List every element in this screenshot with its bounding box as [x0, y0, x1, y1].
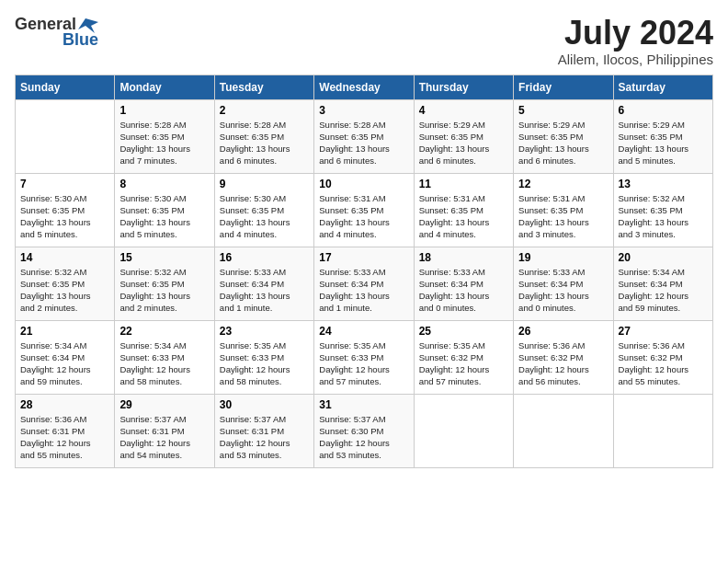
day-info: Sunrise: 5:29 AMSunset: 6:35 PMDaylight:… — [518, 119, 608, 167]
week-row-3: 14Sunrise: 5:32 AMSunset: 6:35 PMDayligh… — [16, 247, 713, 320]
day-info-line: Sunset: 6:35 PM — [319, 131, 408, 143]
day-info-line: and 4 minutes. — [220, 228, 309, 240]
day-info-line: and 4 minutes. — [419, 228, 508, 240]
month-year-title: July 2024 — [558, 15, 713, 52]
day-info-line: Daylight: 13 hours — [419, 216, 508, 228]
day-info-line: Daylight: 12 hours — [119, 437, 209, 449]
day-info-line: Sunrise: 5:36 AM — [619, 339, 708, 351]
day-info-line: Sunrise: 5:31 AM — [319, 192, 408, 204]
calendar-cell: 20Sunrise: 5:34 AMSunset: 6:34 PMDayligh… — [613, 247, 712, 320]
day-number: 2 — [220, 104, 309, 117]
week-row-5: 28Sunrise: 5:36 AMSunset: 6:31 PMDayligh… — [16, 394, 713, 467]
calendar-cell: 10Sunrise: 5:31 AMSunset: 6:35 PMDayligh… — [314, 173, 414, 247]
day-info: Sunrise: 5:36 AMSunset: 6:32 PMDaylight:… — [518, 339, 608, 388]
day-info-line: Sunset: 6:35 PM — [119, 204, 209, 216]
day-number: 28 — [20, 398, 109, 411]
calendar-cell: 6Sunrise: 5:29 AMSunset: 6:35 PMDaylight… — [613, 99, 712, 173]
day-info: Sunrise: 5:32 AMSunset: 6:35 PMDaylight:… — [119, 266, 209, 315]
day-info-line: Sunset: 6:31 PM — [20, 425, 109, 437]
day-info-line: and 5 minutes. — [20, 228, 109, 240]
day-number: 26 — [518, 325, 608, 338]
day-number: 21 — [20, 325, 109, 338]
day-info-line: Sunset: 6:32 PM — [518, 351, 608, 363]
day-info-line: Sunrise: 5:33 AM — [518, 266, 608, 278]
day-info-line: Sunrise: 5:36 AM — [518, 339, 608, 351]
day-info-line: Sunset: 6:35 PM — [119, 278, 209, 290]
day-info-line: and 5 minutes. — [619, 155, 708, 167]
day-number: 11 — [419, 178, 508, 190]
day-number: 24 — [319, 325, 408, 338]
column-header-monday: Monday — [115, 75, 214, 99]
day-number: 8 — [119, 178, 209, 190]
day-number: 27 — [619, 325, 708, 338]
day-number: 5 — [518, 104, 608, 117]
day-number: 6 — [619, 104, 708, 117]
day-info-line: and 59 minutes. — [20, 375, 109, 387]
day-info-line: Sunrise: 5:28 AM — [119, 119, 209, 131]
day-info-line: Sunrise: 5:28 AM — [319, 119, 408, 131]
day-info-line: Sunset: 6:33 PM — [220, 351, 309, 363]
day-info-line: Sunrise: 5:32 AM — [119, 266, 209, 278]
day-info-line: Sunset: 6:35 PM — [220, 131, 309, 143]
day-number: 1 — [119, 104, 209, 117]
day-info-line: and 53 minutes. — [319, 449, 408, 461]
day-info: Sunrise: 5:33 AMSunset: 6:34 PMDaylight:… — [518, 266, 608, 315]
day-info: Sunrise: 5:29 AMSunset: 6:35 PMDaylight:… — [619, 119, 708, 167]
day-info-line: Daylight: 13 hours — [119, 216, 209, 228]
day-info: Sunrise: 5:33 AMSunset: 6:34 PMDaylight:… — [419, 266, 508, 315]
day-info: Sunrise: 5:34 AMSunset: 6:33 PMDaylight:… — [119, 339, 209, 388]
day-info-line: Daylight: 13 hours — [20, 290, 109, 302]
day-info-line: and 6 minutes. — [518, 155, 608, 167]
day-number: 31 — [319, 398, 408, 411]
day-info-line: Sunset: 6:35 PM — [518, 131, 608, 143]
day-info: Sunrise: 5:35 AMSunset: 6:32 PMDaylight:… — [419, 339, 508, 388]
day-info: Sunrise: 5:29 AMSunset: 6:35 PMDaylight:… — [419, 119, 508, 167]
day-number: 23 — [220, 325, 309, 338]
day-info-line: Daylight: 13 hours — [220, 143, 309, 155]
logo: General Blue — [15, 15, 98, 50]
day-info-line: Sunset: 6:35 PM — [419, 131, 508, 143]
day-info: Sunrise: 5:35 AMSunset: 6:33 PMDaylight:… — [319, 339, 408, 388]
column-header-saturday: Saturday — [613, 75, 712, 99]
day-info-line: Sunset: 6:35 PM — [20, 204, 109, 216]
day-info-line: and 53 minutes. — [220, 449, 309, 461]
day-info-line: Daylight: 13 hours — [619, 216, 708, 228]
day-number: 29 — [119, 398, 209, 411]
calendar-cell: 8Sunrise: 5:30 AMSunset: 6:35 PMDaylight… — [115, 173, 214, 247]
calendar-cell: 31Sunrise: 5:37 AMSunset: 6:30 PMDayligh… — [314, 394, 414, 467]
day-info-line: Sunset: 6:32 PM — [619, 351, 708, 363]
day-info-line: Daylight: 12 hours — [319, 363, 408, 375]
calendar-cell: 19Sunrise: 5:33 AMSunset: 6:34 PMDayligh… — [514, 247, 613, 320]
week-row-2: 7Sunrise: 5:30 AMSunset: 6:35 PMDaylight… — [16, 173, 713, 247]
day-info-line: Daylight: 13 hours — [220, 216, 309, 228]
day-info-line: Daylight: 13 hours — [518, 143, 608, 155]
day-info-line: Daylight: 13 hours — [319, 290, 408, 302]
day-info-line: Daylight: 13 hours — [619, 143, 708, 155]
week-row-1: 1Sunrise: 5:28 AMSunset: 6:35 PMDaylight… — [16, 99, 713, 173]
column-header-wednesday: Wednesday — [314, 75, 414, 99]
calendar-cell: 11Sunrise: 5:31 AMSunset: 6:35 PMDayligh… — [414, 173, 513, 247]
day-info-line: Sunrise: 5:29 AM — [518, 119, 608, 131]
calendar-cell: 21Sunrise: 5:34 AMSunset: 6:34 PMDayligh… — [16, 320, 115, 394]
day-info-line: Sunrise: 5:37 AM — [220, 413, 309, 425]
day-number: 10 — [319, 178, 408, 190]
day-info-line: Sunset: 6:34 PM — [518, 278, 608, 290]
calendar-cell — [16, 99, 115, 173]
day-info: Sunrise: 5:36 AMSunset: 6:31 PMDaylight:… — [20, 413, 109, 462]
calendar-cell — [514, 394, 613, 467]
day-number: 22 — [119, 325, 209, 338]
day-info-line: and 55 minutes. — [619, 375, 708, 387]
day-info-line: Daylight: 13 hours — [119, 143, 209, 155]
day-info-line: Sunrise: 5:33 AM — [220, 266, 309, 278]
page-header: General Blue July 2024 Alilem, Ilocos, P… — [15, 15, 713, 67]
day-info-line: Sunset: 6:35 PM — [518, 204, 608, 216]
day-info-line: Sunrise: 5:35 AM — [220, 339, 309, 351]
day-info-line: Sunrise: 5:29 AM — [619, 119, 708, 131]
day-number: 30 — [220, 398, 309, 411]
day-info-line: and 4 minutes. — [319, 228, 408, 240]
day-info: Sunrise: 5:33 AMSunset: 6:34 PMDaylight:… — [319, 266, 408, 315]
day-info-line: and 1 minute. — [220, 302, 309, 314]
day-info-line: and 6 minutes. — [419, 155, 508, 167]
day-info-line: Sunset: 6:35 PM — [20, 278, 109, 290]
day-number: 3 — [319, 104, 408, 117]
